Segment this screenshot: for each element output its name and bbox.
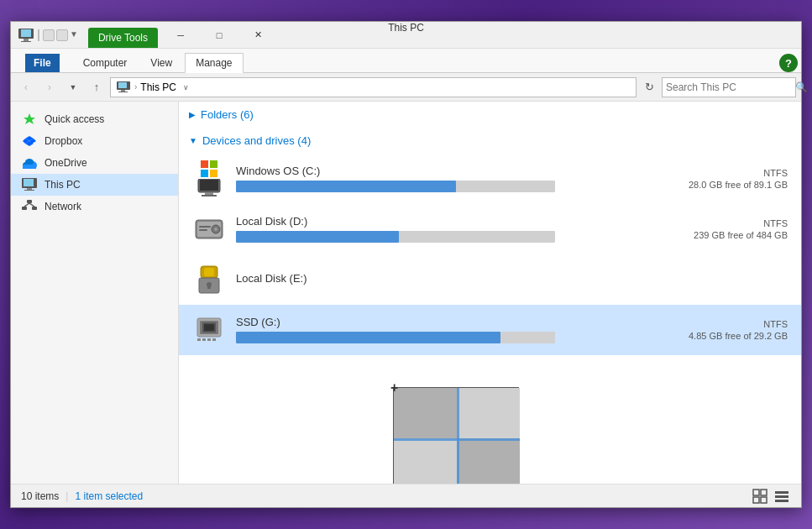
svg-rect-6	[121, 90, 125, 92]
view-tiles-button[interactable]	[751, 487, 769, 505]
svg-rect-20	[24, 190, 34, 191]
devices-section-header[interactable]: ▼ Devices and drives (4)	[179, 128, 801, 154]
path-separator: ›	[134, 82, 137, 92]
dropdown-recent-button[interactable]: ▼	[63, 77, 83, 97]
back-button[interactable]: ‹	[16, 77, 36, 97]
folders-section-header[interactable]: ▶ Folders (6)	[179, 102, 801, 128]
devices-chevron: ▼	[189, 136, 197, 145]
tab-manage[interactable]: Manage	[185, 53, 243, 73]
drive-g-fill	[236, 332, 500, 343]
svg-rect-51	[753, 497, 759, 503]
drive-g-name: SSD (G:)	[236, 316, 643, 328]
drive-d-space: 239 GB free of 484 GB	[653, 230, 788, 240]
forward-button[interactable]: ›	[39, 77, 60, 97]
minimize-button[interactable]: ─	[161, 22, 200, 49]
devices-label: Devices and drives (4)	[202, 134, 311, 147]
toolbar-dropdown[interactable]: ▼	[70, 29, 78, 41]
drive-g-info: SSD (G:)	[236, 316, 643, 345]
drive-item-c[interactable]: Windows OS (C:) NTFS 28.0 GB free of 89.…	[179, 154, 801, 204]
drive-e-info: Local Disk (E:)	[236, 272, 643, 288]
drive-d-info: Local Disk (D:)	[236, 215, 643, 244]
local-disk-d-icon	[192, 212, 226, 246]
drive-tools-tab[interactable]: Drive Tools	[88, 28, 158, 48]
svg-rect-48	[212, 338, 216, 341]
drive-d-fill	[236, 231, 399, 243]
tab-file[interactable]: File	[14, 52, 71, 72]
windows-os-icon	[192, 162, 226, 196]
svg-rect-16	[23, 165, 36, 169]
drive-d-name: Local Disk (D:)	[236, 215, 643, 228]
address-path[interactable]: › This PC ∨	[110, 77, 637, 97]
cursor-plus: +	[390, 380, 398, 395]
tab-computer[interactable]: Computer	[72, 52, 139, 72]
svg-rect-45	[197, 338, 201, 341]
ssd-tooltip: (460 , 419) 217, 217, 217	[393, 387, 519, 484]
svg-rect-34	[199, 226, 211, 228]
crosshair-v	[457, 388, 459, 484]
drive-g-meta: NTFS 4.85 GB free of 29.2 GB	[653, 319, 788, 341]
quick-access-icon	[21, 113, 38, 126]
drive-item-g[interactable]: SSD (G:) NTFS 4.85 GB free of 29.2 GB	[179, 305, 801, 355]
status-bar: 10 items | 1 item selected	[11, 484, 801, 507]
svg-rect-54	[775, 495, 788, 498]
refresh-button[interactable]: ↻	[640, 78, 658, 97]
path-current: This PC	[140, 81, 176, 93]
address-bar: ‹ › ▼ ↑ › This PC ∨ ↻ 🔍	[11, 73, 801, 102]
svg-point-15	[25, 159, 34, 165]
view-list-button[interactable]	[773, 487, 791, 505]
window-controls: ─ □ ✕	[161, 22, 277, 48]
drive-item-e[interactable]: Local Disk (E:)	[179, 254, 801, 305]
ribbon: File Computer View Manage ?	[11, 49, 801, 73]
explorer-window: ▼ Drive Tools This PC ─ □ ✕ F	[10, 21, 802, 508]
sidebar-item-dropbox[interactable]: Dropbox	[11, 130, 178, 152]
sidebar-item-network[interactable]: Network	[11, 196, 178, 217]
drive-item-d[interactable]: Local Disk (D:) NTFS 239 GB free of 484 …	[179, 204, 801, 254]
title-separator	[38, 29, 39, 41]
drive-g-fs: NTFS	[653, 319, 788, 329]
svg-rect-52	[761, 497, 767, 503]
title-bar-left: ▼	[11, 22, 85, 48]
drive-c-space: 28.0 GB free of 89.1 GB	[653, 180, 788, 190]
ssd-g-icon	[192, 313, 226, 347]
sidebar-item-onedrive[interactable]: OneDrive	[11, 152, 178, 174]
onedrive-icon	[21, 156, 38, 170]
local-disk-e-icon	[192, 263, 226, 296]
folders-label: Folders (6)	[201, 108, 254, 121]
svg-rect-19	[27, 188, 32, 190]
drive-g-space: 4.85 GB free of 29.2 GB	[653, 331, 788, 341]
selected-text: 1 item selected	[75, 490, 143, 502]
svg-rect-2	[24, 39, 29, 41]
svg-rect-1	[21, 29, 31, 37]
folders-chevron: ▶	[189, 110, 196, 119]
search-box: 🔍	[662, 77, 796, 97]
title-bar: ▼ Drive Tools This PC ─ □ ✕	[11, 22, 801, 49]
svg-rect-21	[27, 200, 32, 203]
drive-c-name: Windows OS (C:)	[236, 165, 643, 177]
quick-access-label: Quick access	[45, 113, 104, 125]
up-button[interactable]: ↑	[86, 77, 107, 97]
network-label: Network	[45, 201, 81, 212]
svg-rect-37	[204, 268, 214, 276]
svg-rect-28	[205, 192, 213, 195]
drive-c-info: Windows OS (C:)	[236, 165, 643, 194]
main-area: Quick access Dropbox	[11, 102, 801, 484]
drive-d-fs: NTFS	[653, 218, 788, 228]
drive-c-fill	[236, 181, 456, 192]
onedrive-label: OneDrive	[45, 157, 87, 169]
sidebar-item-this-pc[interactable]: This PC	[11, 174, 178, 196]
drive-c-meta: NTFS 28.0 GB free of 89.1 GB	[653, 168, 788, 190]
items-count: 10 items	[21, 490, 59, 502]
svg-rect-55	[775, 500, 788, 502]
sidebar-item-quick-access[interactable]: Quick access	[11, 108, 178, 130]
svg-rect-3	[21, 41, 31, 42]
tab-view[interactable]: View	[139, 52, 183, 72]
search-input[interactable]	[666, 81, 792, 93]
toolbar-icon-2[interactable]	[56, 29, 68, 41]
drive-g-bar	[236, 332, 555, 343]
svg-line-25	[29, 203, 34, 207]
svg-rect-23	[32, 207, 37, 210]
help-button[interactable]: ?	[779, 54, 798, 72]
maximize-button[interactable]: □	[200, 22, 238, 49]
close-button[interactable]: ✕	[238, 22, 277, 49]
toolbar-icon-1[interactable]	[43, 29, 55, 41]
